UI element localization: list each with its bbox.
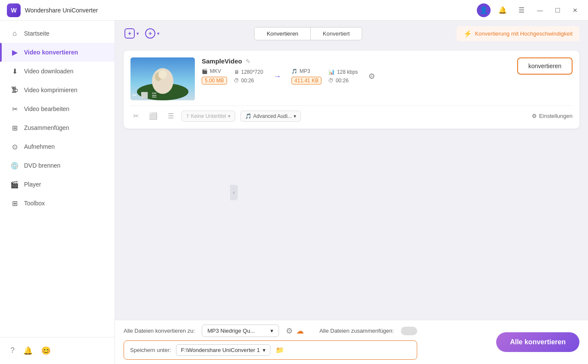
video-thumbnail: ✂ ⬜ ☰ [130,57,195,100]
notification-icon[interactable]: 🔔 [496,3,509,17]
edit-icon: ✂ [10,105,19,113]
tab-konvertieren[interactable]: Konvertieren [255,27,311,40]
sidebar-item-label: Aufnehmen [24,143,55,150]
record-icon: ⊙ [10,142,19,151]
output-format: 🎵 MP3 [291,68,321,74]
user-icon[interactable]: 👤 [477,3,491,17]
source-size: 5.00 MB [202,77,227,84]
smiley-icon[interactable]: 😊 [41,346,51,355]
dvd-icon: 💿 [10,161,19,170]
close-button[interactable]: ✕ [569,5,581,15]
format-select[interactable]: MP3 Niedrige Qu... ▾ [202,325,279,337]
path-chevron: ▾ [263,347,266,353]
minimize-button[interactable]: — [533,5,546,15]
effect-tool-button[interactable]: ☰ [165,110,176,122]
menu-icon[interactable]: ☰ [515,3,528,17]
subtitle-select[interactable]: T Keine Untertitel ▾ [182,111,235,122]
sidebar-item-label: Player [24,181,41,188]
add-media-button[interactable]: + ▾ [144,27,160,39]
home-icon: ⌂ [10,29,19,38]
browse-folder-button[interactable]: 📁 [276,346,284,354]
bottom-row1: Alle Dateien konvertieren zu: MP3 Niedri… [124,325,417,337]
camera-settings-button[interactable]: ⚙ [286,326,293,336]
effect-icon[interactable]: ☰ [152,92,157,99]
save-path-select[interactable]: F:\Wondershare UniConverter 1 ▾ [176,344,270,356]
compress-icon: 🗜 [10,86,19,94]
subtitle-label: Keine Untertitel [191,113,226,119]
file-name-row: SampleVideo ✎ [202,57,510,65]
sidebar: ⌂ Startseite ▶ Video konvertieren ⬇ Vide… [0,21,115,364]
sidebar-item-label: Video komprimieren [24,87,77,93]
source-meta: 🎬 MKV 5.00 MB [202,68,227,84]
bottom-bar: Alle Dateien konvertieren zu: MP3 Niedri… [115,320,588,364]
convert-icon: ▶ [10,48,19,57]
player-icon: 🎬 [10,180,19,189]
crop-icon[interactable]: ⬜ [141,92,148,99]
file-card: ✂ ⬜ ☰ SampleVideo ✎ [124,51,579,129]
convert-button[interactable]: konvertieren [517,57,573,75]
all-files-label: Alle Dateien konvertieren zu: [124,328,195,334]
clock2-icon: ⏱ [328,78,333,84]
output-meta: 🎵 MP3 411.41 KB [291,68,321,84]
sidebar-collapse-toggle[interactable]: ‹ [230,185,238,200]
tab-konvertiert[interactable]: Konvertiert [311,27,362,40]
einstellungen-button[interactable]: ⚙ Einstellungen [532,113,573,119]
sidebar-item-aufnehmen[interactable]: ⊙ Aufnehmen [0,137,115,156]
sidebar-item-zusammenfuegen[interactable]: ⊞ Zusammenfügen [0,118,115,137]
thumbnail-controls: ✂ ⬜ ☰ [132,92,193,99]
toolbar: + ▾ + ▾ Konvertieren Konvertiert ⚡ Konve… [115,21,588,46]
tab-group: Konvertieren Konvertiert [254,27,362,40]
sidebar-bottom: ? 🔔 😊 [0,337,115,361]
merge-icon: ⊞ [10,123,19,132]
toolbox-icon: ⊞ [10,199,19,208]
speed-label: Konvertierung mit Hochgeschwindigkeit [475,30,573,37]
sidebar-item-toolbox[interactable]: ⊞ Toolbox [0,194,115,213]
content-area: ‹ + ▾ + ▾ Konvertieren Konvertiert [115,21,588,364]
bottom-rows-wrapper: Alle Dateien konvertieren zu: MP3 Niedri… [124,325,579,360]
merge-toggle[interactable] [401,327,417,335]
edit-filename-icon[interactable]: ✎ [246,58,251,65]
cloud-alert-button[interactable]: ☁ [296,326,304,336]
add-file-icon: + [124,27,136,39]
sidebar-item-video-konvertieren[interactable]: ▶ Video konvertieren [0,43,115,62]
save-path-value: F:\Wondershare UniConverter 1 [181,347,260,353]
alert-icon[interactable]: 🔔 [23,346,33,355]
svg-point-8 [158,70,167,79]
resolution-icon: 🖥 [234,69,239,75]
einstellungen-icon: ⚙ [532,113,537,119]
sidebar-item-label: Video bearbeiten [24,105,70,112]
help-icon[interactable]: ? [10,346,15,355]
speed-button[interactable]: ⚡ Konvertierung mit Hochgeschwindigkeit [457,26,579,41]
file-name: SampleVideo [202,57,242,65]
crop-tool-button[interactable]: ⬜ [146,110,160,122]
speed-icon: ⚡ [464,30,472,38]
file-settings-button[interactable]: ⚙ [368,72,375,81]
output-size-item: 411.41 KB [291,77,321,84]
source-resolution: 🖥 1280*720 [234,69,263,75]
titlebar: W Wondershare UniConverter 👤 🔔 ☰ — ☐ ✕ [0,0,588,21]
add-media-icon: + [144,27,156,39]
resolution-value: 1280*720 [241,69,263,75]
add-file-button[interactable]: + ▾ [124,27,139,39]
audio-label: Advanced Audi... [253,113,292,119]
app-logo: W [7,3,21,17]
alle-konvertieren-button[interactable]: Alle konvertieren [496,332,579,352]
sidebar-item-startseite[interactable]: ⌂ Startseite [0,24,115,43]
sidebar-item-label: Zusammenfügen [24,124,69,131]
audio-select[interactable]: 🎵 Advanced Audi... ▾ [240,111,301,122]
output-size: 411.41 KB [291,77,321,84]
sidebar-item-video-bearbeiten[interactable]: ✂ Video bearbeiten [0,99,115,118]
file-card-bottom: ✂ ⬜ ☰ T Keine Untertitel ▾ 🎵 Advanced Au… [130,105,573,122]
sidebar-item-player[interactable]: 🎬 Player [0,175,115,194]
svg-text:+: + [128,30,131,37]
sidebar-item-dvd-brennen[interactable]: 💿 DVD brennen [0,156,115,175]
maximize-button[interactable]: ☐ [552,5,564,15]
cut-tool-button[interactable]: ✂ [130,110,141,122]
duration-value: 00:26 [241,78,254,84]
sidebar-item-video-downloaden[interactable]: ⬇ Video downloaden [0,62,115,81]
cut-icon[interactable]: ✂ [132,92,137,99]
sidebar-item-video-komprimieren[interactable]: 🗜 Video komprimieren [0,81,115,99]
file-card-top: ✂ ⬜ ☰ SampleVideo ✎ [130,57,573,100]
source-meta2: 🖥 1280*720 ⏱ 00:26 [234,69,263,84]
file-area: ✂ ⬜ ☰ SampleVideo ✎ [115,46,588,320]
